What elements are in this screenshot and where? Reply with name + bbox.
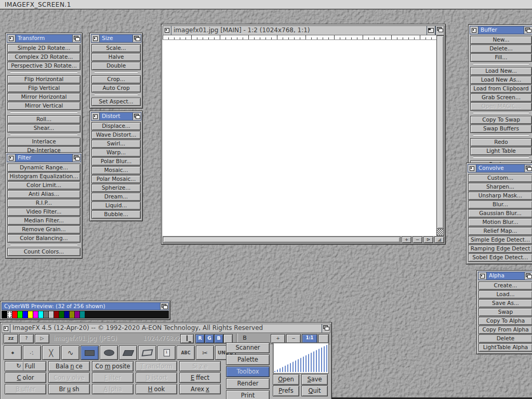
monitor-button[interactable] <box>180 334 194 343</box>
menu-button[interactable]: Color Balancing... <box>7 234 81 243</box>
horizontal-scroll-thumb[interactable] <box>164 237 400 242</box>
render-button[interactable]: Render <box>226 378 270 389</box>
close-icon[interactable] <box>7 154 16 162</box>
menu-button[interactable]: Mirror Vertical <box>7 102 81 110</box>
alpha-titlebar[interactable]: Alpha <box>478 272 532 280</box>
pan-button[interactable]: ⊳ <box>423 236 433 243</box>
menu-button[interactable]: Load... <box>478 290 532 299</box>
color-swatch[interactable] <box>158 311 163 318</box>
menu-button[interactable]: Custom... <box>468 174 532 182</box>
zoom-in-button[interactable]: + <box>402 236 411 243</box>
image-canvas[interactable] <box>163 40 437 236</box>
close-icon[interactable] <box>478 272 487 280</box>
balance-button[interactable]: Balance <box>48 361 90 371</box>
depth-icon[interactable] <box>72 154 81 162</box>
color-swatch[interactable] <box>111 311 116 318</box>
vertical-scrollbar[interactable] <box>436 35 444 229</box>
menu-button[interactable]: Bubble... <box>91 210 141 219</box>
menu-button[interactable]: Swap <box>478 308 532 316</box>
menu-button[interactable]: Simple 2D Rotate... <box>7 44 81 52</box>
menu-button[interactable]: Gaussian Blur... <box>468 209 532 218</box>
color-swatch[interactable] <box>116 311 121 318</box>
depth-icon[interactable] <box>160 303 168 310</box>
color-swatch[interactable] <box>18 311 22 318</box>
brush-tool[interactable]: 1 <box>157 345 176 360</box>
menu-button[interactable]: Load from Clipboard <box>470 85 532 93</box>
palette-titlebar[interactable]: CyberWB Preview: (32 of 256 shown) <box>2 302 169 310</box>
color-swatch[interactable] <box>153 311 157 318</box>
menu-button[interactable]: Dream... <box>91 193 141 201</box>
full-cycle-button[interactable]: ↻Full <box>5 361 46 371</box>
menu-button[interactable]: Delete... <box>470 45 532 53</box>
gradient-preview[interactable] <box>273 342 329 374</box>
screen-titlebar[interactable]: IMAGEFX_SCREEN.1 <box>0 0 532 9</box>
menu-button[interactable]: Auto Crop <box>91 84 141 92</box>
depth-icon[interactable] <box>132 35 141 42</box>
line-tool[interactable]: ╳ <box>42 345 60 360</box>
prefs-button[interactable]: Prefs <box>273 385 299 396</box>
menu-button[interactable]: Displace... <box>91 122 141 130</box>
close-icon[interactable] <box>470 26 478 34</box>
save-button[interactable]: Save <box>301 374 328 385</box>
zoom-out-button[interactable]: − <box>413 236 422 243</box>
menu-button[interactable]: Redo <box>470 138 532 147</box>
menu-button[interactable]: Relief Map... <box>468 227 532 235</box>
menu-button[interactable]: Flip Vertical <box>7 84 81 92</box>
menu-button[interactable]: Shear... <box>7 124 81 132</box>
toolbox-button[interactable]: Toolbox <box>226 366 270 377</box>
menu-button[interactable]: Wave Distort... <box>91 131 141 139</box>
color-swatch[interactable] <box>33 311 38 318</box>
close-icon[interactable] <box>163 26 171 35</box>
menu-button[interactable]: Spherize... <box>91 184 141 192</box>
menu-button[interactable]: Polar Blur... <box>91 157 141 166</box>
menu-button[interactable]: Perspective 3D Rotate... <box>7 62 81 70</box>
menu-button[interactable]: Video Filter... <box>7 208 81 216</box>
color-swatch[interactable] <box>132 311 137 318</box>
menu-button[interactable]: Halve <box>91 53 141 61</box>
hook-button[interactable]: Hook <box>136 384 177 394</box>
menu-button[interactable]: Sharpen... <box>468 183 532 191</box>
color-swatch[interactable] <box>122 311 126 318</box>
blue-channel-button[interactable]: B <box>214 334 223 343</box>
close-icon[interactable] <box>2 324 10 332</box>
zoom-gadget-icon[interactable] <box>427 26 435 35</box>
print-button[interactable]: Print <box>226 390 270 399</box>
curve-tool[interactable]: ∿ <box>61 345 79 360</box>
color-swatch[interactable] <box>142 311 147 318</box>
color-swatch[interactable] <box>148 311 152 318</box>
brush-button[interactable]: Brush <box>48 384 90 394</box>
menu-button[interactable]: Motion Blur... <box>468 218 532 227</box>
quit-button[interactable]: Quit <box>301 385 328 396</box>
menu-button[interactable]: Double <box>91 62 141 70</box>
close-icon[interactable] <box>7 35 16 42</box>
color-swatch[interactable] <box>70 311 74 318</box>
menu-button[interactable]: Save As... <box>478 299 532 308</box>
color-swatch[interactable] <box>80 311 85 318</box>
color-swatch[interactable] <box>2 311 7 318</box>
depth-icon[interactable] <box>132 113 141 120</box>
menu-button[interactable]: Set Aspect... <box>91 98 141 106</box>
menu-button[interactable]: Roll... <box>7 115 81 124</box>
filter-titlebar[interactable]: Filter <box>7 154 81 162</box>
effect-button[interactable]: Effect <box>179 373 221 383</box>
color-button[interactable]: Color <box>5 373 46 383</box>
menu-button[interactable]: R.I.P... <box>7 199 81 207</box>
green-channel-button[interactable]: G <box>205 334 214 343</box>
palette-swatches[interactable] <box>2 311 169 318</box>
menu-button[interactable]: Ramping Edge Detect <box>468 245 532 253</box>
scanner-button[interactable]: Scanner <box>226 342 270 353</box>
buffer-titlebar[interactable]: Buffer <box>470 26 532 34</box>
depth-icon[interactable] <box>435 26 444 35</box>
menu-button[interactable]: Liquid... <box>91 202 141 210</box>
menu-button[interactable]: Histogram Equalization... <box>7 172 81 181</box>
color-swatch[interactable] <box>90 311 95 318</box>
menu-button[interactable]: Blur... <box>468 201 532 209</box>
composite-button[interactable]: Composite <box>92 361 134 371</box>
convolve-titlebar[interactable]: Convolve <box>468 164 532 172</box>
red-channel-button[interactable]: R <box>195 334 205 343</box>
color-swatch[interactable] <box>96 311 100 318</box>
image-window-titlebar[interactable]: imagefx01.jpg [MAIN] - 1:2 (1024x768, 1:… <box>163 25 444 35</box>
menu-button[interactable]: Copy To Swap <box>470 116 532 124</box>
color-swatch[interactable] <box>28 311 33 318</box>
menu-button[interactable]: Crop... <box>91 75 141 84</box>
